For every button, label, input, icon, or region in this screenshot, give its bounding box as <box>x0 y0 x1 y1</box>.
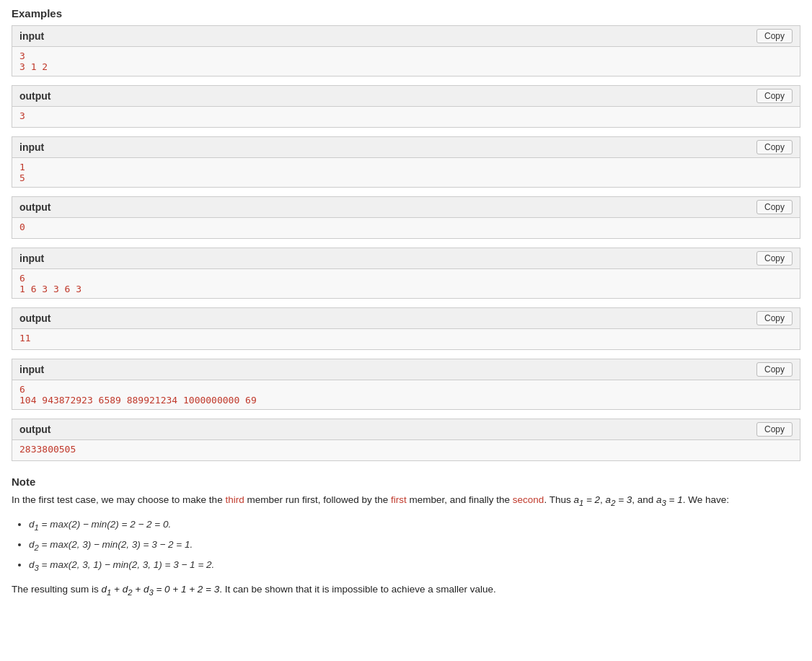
example-1-output-content: 3 <box>12 107 800 127</box>
example-1-output-header: output Copy <box>12 86 800 107</box>
section-title: Examples <box>12 7 800 19</box>
example-1-output-block: output Copy 3 <box>12 85 800 128</box>
note-footer: The resulting sum is d1 + d2 + d3 = 0 + … <box>12 582 800 599</box>
example-4-input-label: input <box>19 364 44 375</box>
example-4-input-content: 6 104 943872923 6589 889921234 100000000… <box>12 380 800 409</box>
note-section: Note In the first test case, we may choo… <box>12 476 800 599</box>
highlight-third: third <box>225 494 244 505</box>
copy-button-ex2-output[interactable]: Copy <box>756 200 793 214</box>
list-item-d3: d3 = max(2, 3, 1) − min(2, 3, 1) = 3 − 1… <box>29 556 800 576</box>
example-4-output-content: 2833800505 <box>12 440 800 460</box>
example-4-input-block: input Copy 6 104 943872923 6589 88992123… <box>12 359 800 410</box>
copy-button-ex4-input[interactable]: Copy <box>756 362 793 377</box>
note-list: d1 = max(2) − min(2) = 2 − 2 = 0. d2 = m… <box>29 515 800 576</box>
example-2-output-content: 0 <box>12 218 800 238</box>
example-3-input-block: input Copy 6 1 6 3 3 6 3 <box>12 248 800 299</box>
example-content-line: 2833800505 <box>19 444 793 455</box>
copy-button-ex3-output[interactable]: Copy <box>756 311 793 325</box>
example-3-input-header: input Copy <box>12 248 800 269</box>
examples-section: Examples input Copy 3 3 1 2 output Copy … <box>12 7 800 599</box>
example-content-line: 1 <box>19 162 793 172</box>
math-a2: a2 = 3 <box>606 494 632 505</box>
example-4-output-block: output Copy 2833800505 <box>12 419 800 461</box>
copy-button-ex4-output[interactable]: Copy <box>756 422 793 437</box>
highlight-second: second <box>513 494 544 505</box>
copy-button-ex3-input[interactable]: Copy <box>756 251 793 266</box>
example-content-line: 6 <box>19 384 793 395</box>
example-3-output-header: output Copy <box>12 308 800 329</box>
example-content-line: 5 <box>19 172 793 183</box>
example-content-line: 6 <box>19 273 793 284</box>
example-1-output-label: output <box>19 90 51 102</box>
example-2-input-header: input Copy <box>12 137 800 158</box>
example-content-line: 11 <box>19 333 793 343</box>
example-3-input-label: input <box>19 253 44 264</box>
example-3-output-label: output <box>19 312 51 324</box>
math-a3: a3 = 1 <box>656 494 683 505</box>
example-content-line: 3 <box>19 110 793 121</box>
example-2-input-block: input Copy 1 5 <box>12 136 800 188</box>
example-4-input-header: input Copy <box>12 359 800 380</box>
copy-button-ex1-input[interactable]: Copy <box>756 29 793 43</box>
example-2-input-content: 1 5 <box>12 158 800 187</box>
note-title: Note <box>12 476 800 488</box>
example-3-output-block: output Copy 11 <box>12 307 800 350</box>
example-content-line: 1 6 3 3 6 3 <box>19 284 793 294</box>
example-2-output-header: output Copy <box>12 197 800 218</box>
example-content-line: 3 1 2 <box>19 61 793 72</box>
example-3-output-content: 11 <box>12 329 800 349</box>
example-1-input-header: input Copy <box>12 26 800 47</box>
example-4-output-header: output Copy <box>12 419 800 440</box>
example-1-input-block: input Copy 3 3 1 2 <box>12 25 800 76</box>
math-sum: d1 + d2 + d3 = 0 + 1 + 2 = 3 <box>102 584 220 595</box>
math-a1: a1 = 2 <box>573 494 600 505</box>
example-3-input-content: 6 1 6 3 3 6 3 <box>12 269 800 298</box>
copy-button-ex2-input[interactable]: Copy <box>756 140 793 154</box>
list-item-d2: d2 = max(2, 3) − min(2, 3) = 3 − 2 = 1. <box>29 535 800 556</box>
example-2-input-label: input <box>19 141 44 153</box>
highlight-first: first <box>391 494 407 505</box>
note-paragraph-1: In the first test case, we may choose to… <box>12 492 800 509</box>
examples-wrapper: input Copy 3 3 1 2 output Copy 3 input C… <box>12 25 800 461</box>
example-content-line: 0 <box>19 222 793 232</box>
example-1-input-content: 3 3 1 2 <box>12 47 800 76</box>
example-2-output-label: output <box>19 201 51 213</box>
list-item-d1: d1 = max(2) − min(2) = 2 − 2 = 0. <box>29 515 800 535</box>
example-content-line: 104 943872923 6589 889921234 1000000000 … <box>19 395 793 406</box>
copy-button-ex1-output[interactable]: Copy <box>756 89 793 103</box>
example-1-input-label: input <box>19 30 44 42</box>
example-4-output-label: output <box>19 424 51 435</box>
example-2-output-block: output Copy 0 <box>12 196 800 239</box>
example-content-line: 3 <box>19 51 793 61</box>
